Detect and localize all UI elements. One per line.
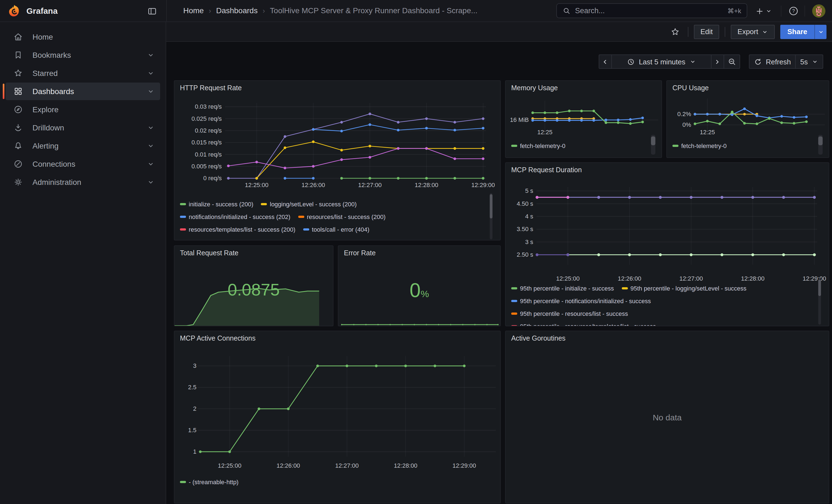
share-menu-button[interactable] (814, 25, 827, 39)
legend-item[interactable]: 95th percentile - logging/setLevel - suc… (622, 285, 747, 291)
svg-text:12:28:00: 12:28:00 (741, 275, 764, 282)
header-divider (781, 5, 781, 17)
legend-row: tools/call - success (200)tools/list - s… (175, 236, 491, 240)
time-shift-forward-button[interactable] (711, 54, 724, 69)
svg-text:3.50 s: 3.50 s (517, 226, 533, 233)
svg-text:2: 2 (193, 405, 197, 412)
legend-swatch (672, 144, 678, 147)
svg-text:0%: 0% (682, 121, 691, 128)
legend-scrollbar-thumb[interactable] (651, 136, 655, 145)
panel-cpu-usage: CPU Usage 0.2%0%12:25 fetch-telemetry-0 (666, 80, 829, 158)
legend-row: 95th percentile - notifications/initiali… (506, 294, 820, 307)
legend-item[interactable]: 95th percentile - notifications/initiali… (511, 297, 651, 304)
sidebar-item-connections[interactable]: Connections (5, 155, 160, 173)
question-circle-icon: ? (788, 5, 799, 17)
new-button[interactable] (755, 4, 772, 18)
legend-label: initialize - success (200) (189, 201, 253, 207)
share-label: Share (787, 27, 807, 36)
legend-item[interactable]: tools/list - success (200) (263, 239, 337, 240)
time-range-picker[interactable]: Last 5 minutes (611, 54, 711, 69)
edit-button[interactable]: Edit (694, 25, 720, 39)
legend-item[interactable]: 95th percentile - resources/templates/li… (511, 323, 656, 326)
time-shift-back-button[interactable] (598, 54, 612, 69)
chevron-right-icon: › (262, 0, 265, 22)
svg-text:?: ? (792, 8, 795, 14)
refresh-interval-label: 5s (800, 57, 808, 66)
legend-item[interactable]: unknown - success (200) (344, 239, 421, 240)
svg-text:0.005 req/s: 0.005 req/s (191, 163, 222, 170)
compass-icon (13, 105, 23, 114)
legend-scrollbar-thumb[interactable] (818, 136, 823, 145)
legend-label: 95th percentile - logging/setLevel - suc… (630, 285, 747, 291)
legend-row: notifications/initialized - success (202… (175, 210, 491, 223)
legend-item[interactable]: resources/templates/list - success (200) (180, 226, 295, 233)
export-button[interactable]: Export (731, 25, 775, 39)
legend-item[interactable]: fetch-telemetry-0 (511, 142, 565, 149)
time-controls: Last 5 minutes Refresh (598, 54, 823, 69)
svg-text:3: 3 (193, 362, 197, 369)
panel-mcp-request-duration: MCP Request Duration 2.50 s3 s3.50 s4 s4… (505, 162, 829, 326)
memory-legend: fetch-telemetry-0 (506, 139, 648, 152)
legend-swatch (511, 299, 517, 302)
legend-label: logging/setLevel - success (200) (270, 201, 357, 207)
legend-label: 95th percentile - resources/list - succe… (520, 310, 628, 317)
search-input[interactable]: Search... ⌘+k (556, 3, 747, 18)
sidebar-item-label: Connections (32, 160, 75, 168)
help-button[interactable]: ? (788, 4, 799, 18)
zoom-out-icon (727, 57, 736, 66)
chevron-down-icon (147, 178, 155, 186)
legend-item[interactable]: initialize - success (200) (180, 201, 253, 207)
legend-swatch (622, 287, 628, 289)
refresh-button[interactable]: Refresh (749, 54, 796, 69)
share-button[interactable]: Share (780, 25, 814, 39)
breadcrumb-home[interactable]: Home (183, 0, 204, 22)
edit-label: Edit (701, 27, 713, 36)
panel-active-goroutines: Active Goroutines No data (505, 331, 829, 503)
legend-row: 95th percentile - resources/list - succe… (506, 307, 820, 320)
user-avatar[interactable] (812, 4, 825, 18)
sidebar-item-explore[interactable]: Explore (5, 101, 160, 118)
sidebar-item-label: Bookmarks (32, 51, 71, 59)
stat-number: 0 (410, 279, 421, 301)
export-label: Export (738, 27, 758, 36)
sidebar-item-drilldown[interactable]: Drilldown (5, 119, 160, 136)
legend-item[interactable]: notifications/initialized - success (202… (180, 213, 290, 220)
legend-item[interactable]: fetch-telemetry-0 (672, 142, 727, 149)
panel-error-rate: Error Rate 0% (338, 245, 501, 326)
stat-value: 0.0875 (175, 280, 333, 300)
stat-value: 0% (338, 279, 500, 302)
legend-item[interactable]: tools/call - success (200) (180, 239, 255, 240)
sidebar-item-bookmarks[interactable]: Bookmarks (5, 46, 160, 64)
sidebar-item-dashboards[interactable]: Dashboards (5, 82, 160, 100)
legend-item[interactable]: 95th percentile - initialize - success (511, 285, 614, 291)
legend-item[interactable]: resources/list - success (200) (298, 213, 386, 220)
star-button[interactable] (668, 25, 682, 39)
sidebar-item-alerting[interactable]: Alerting (5, 137, 160, 155)
sidebar-item-administration[interactable]: Administration (5, 173, 160, 191)
sidebar-item-home[interactable]: Home (5, 28, 160, 46)
breadcrumb: Home › Dashboards › ToolHive MCP Server … (183, 0, 477, 22)
zoom-out-button[interactable] (723, 54, 740, 69)
refresh-interval-dropdown[interactable]: 5s (796, 54, 823, 69)
sidebar-item-starred[interactable]: Starred (5, 64, 160, 82)
panel-total-request-rate: Total Request Rate 0.0875 (174, 245, 334, 326)
breadcrumb-dashboards[interactable]: Dashboards (216, 0, 258, 22)
dashboard-toolbar: Edit Export Share (166, 22, 832, 42)
legend-row: fetch-telemetry-0 (667, 139, 815, 152)
gear-icon (13, 177, 23, 187)
svg-text:12:27:00: 12:27:00 (679, 275, 703, 282)
chevron-right-icon: › (209, 0, 211, 22)
legend-label: resources/templates/list - success (200) (189, 226, 295, 233)
legend-item[interactable]: tools/call - error (404) (303, 226, 369, 233)
legend-item[interactable]: - (streamable-http) (180, 478, 238, 485)
legend-swatch (180, 203, 186, 205)
legend-label: 95th percentile - notifications/initiali… (520, 297, 651, 304)
legend-label: fetch-telemetry-0 (520, 142, 565, 149)
legend-item[interactable]: logging/setLevel - success (200) (261, 201, 357, 207)
sidebar-toggle-button[interactable] (145, 4, 158, 18)
sidebar-nav: HomeBookmarksStarredDashboardsExploreDri… (0, 22, 166, 504)
svg-text:0.025 req/s: 0.025 req/s (191, 115, 222, 122)
svg-text:12:26:00: 12:26:00 (277, 462, 300, 469)
legend-item[interactable]: 95th percentile - resources/list - succe… (511, 310, 628, 317)
legend-label: tools/call - success (200) (189, 239, 255, 240)
